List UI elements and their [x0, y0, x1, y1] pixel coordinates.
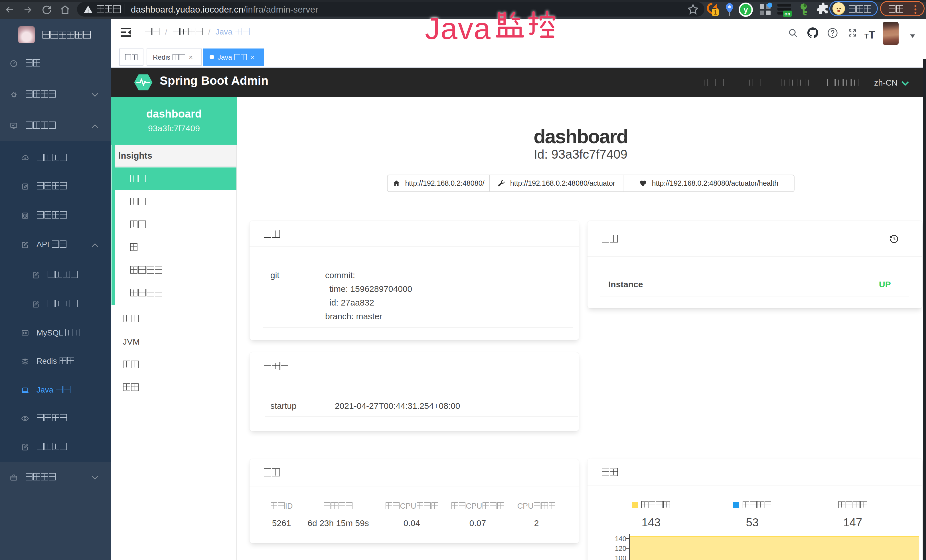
svg-text:on: on	[785, 11, 791, 17]
svg-text:y: y	[743, 6, 748, 14]
svg-text:1: 1	[714, 9, 717, 16]
